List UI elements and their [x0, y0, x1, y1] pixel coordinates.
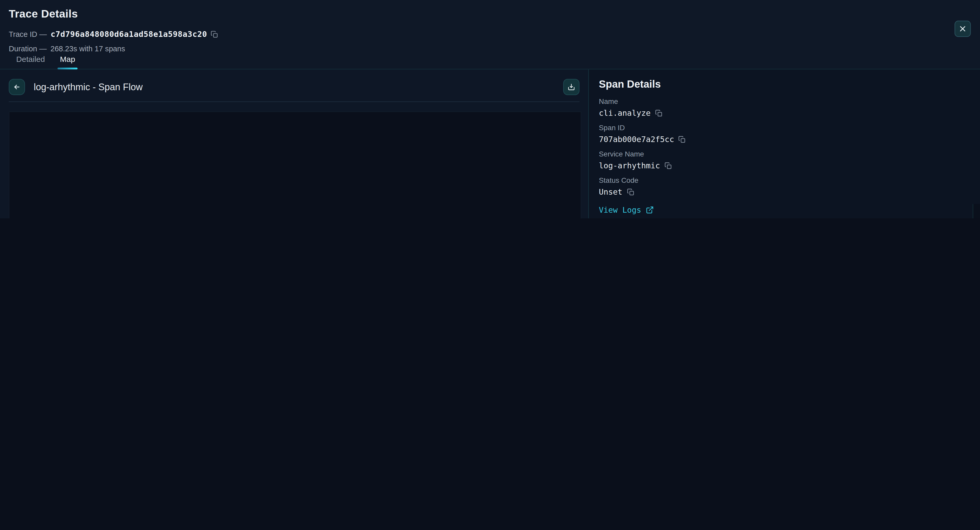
trace-id-label: Trace ID — [9, 30, 47, 38]
field-label: Status Code [599, 177, 970, 184]
download-icon [568, 82, 575, 91]
field-value: cli.analyze [599, 108, 651, 118]
tab-label: Map [60, 55, 75, 64]
copy-icon[interactable] [627, 188, 634, 196]
tab-map[interactable]: Map [52, 50, 83, 69]
copy-icon[interactable] [211, 30, 218, 38]
flow-edges [9, 112, 581, 218]
download-button[interactable] [563, 78, 579, 95]
copy-button[interactable] [655, 109, 662, 117]
copy-icon[interactable] [664, 162, 672, 169]
span-details-fields: Namecli.analyzeSpan ID707ab000e7a2f5ccSe… [599, 98, 970, 197]
close-icon [959, 25, 966, 32]
span-detail-field: Status CodeUnset [599, 177, 970, 197]
back-button[interactable] [9, 78, 25, 95]
close-button[interactable] [955, 21, 971, 37]
span-detail-field: Namecli.analyze [599, 98, 970, 118]
flow-canvas[interactable]: cli.analyze268.23scoordinator.analyze_lo… [9, 111, 581, 218]
field-value: Unset [599, 187, 622, 196]
field-label: Service Name [599, 150, 970, 158]
page-title: Trace Details [9, 8, 972, 21]
span-detail-field: Span ID707ab000e7a2f5cc [599, 124, 970, 144]
field-value-row: Unset [599, 187, 970, 196]
main-content: log-arhythmic - Span Flow [0, 69, 980, 218]
span-details-title: Span Details [599, 78, 970, 90]
copy-button[interactable] [627, 188, 634, 196]
copy-button[interactable] [664, 162, 672, 169]
trace-id-row: Trace ID — c7d796a848080d6a1ad58e1a598a3… [9, 29, 972, 39]
field-value-row: log-arhythmic [599, 161, 970, 170]
trace-id-value: c7d796a848080d6a1ad58e1a598a3c20 [51, 29, 207, 39]
field-value-row: cli.analyze [599, 108, 970, 118]
tab-detailed[interactable]: Detailed [9, 50, 52, 69]
view-logs-link[interactable]: View Logs [599, 205, 654, 214]
field-value: 707ab000e7a2f5cc [599, 134, 674, 144]
tab-label: Detailed [16, 55, 45, 64]
copy-icon[interactable] [678, 136, 686, 143]
scrollbar[interactable] [973, 204, 980, 218]
view-logs-label: View Logs [599, 205, 641, 214]
copy-button[interactable] [678, 136, 686, 143]
copy-icon[interactable] [655, 109, 662, 117]
page-header: Trace Details Trace ID — c7d796a848080d6… [0, 0, 980, 50]
span-detail-field: Service Namelog-arhythmic [599, 150, 970, 171]
trace-details-page: Trace Details Trace ID — c7d796a848080d6… [0, 0, 980, 218]
arrow-left-icon [13, 83, 21, 91]
toolbar-divider [9, 101, 579, 102]
external-link-icon [646, 206, 654, 214]
span-flow-panel: log-arhythmic - Span Flow [0, 69, 588, 218]
flow-toolbar: log-arhythmic - Span Flow [0, 69, 588, 94]
field-label: Span ID [599, 124, 970, 131]
field-value: log-arhythmic [599, 161, 660, 170]
flow-title: log-arhythmic - Span Flow [34, 81, 554, 92]
field-value-row: 707ab000e7a2f5cc [599, 134, 970, 144]
field-label: Name [599, 98, 970, 105]
span-details-panel: Span Details Namecli.analyzeSpan ID707ab… [588, 69, 980, 218]
duration-row: Duration — 268.23s with 17 spans [9, 44, 972, 53]
